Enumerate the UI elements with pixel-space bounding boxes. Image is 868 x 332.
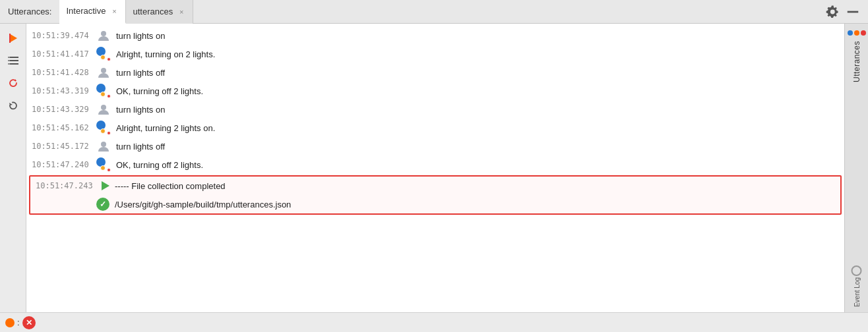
dot-orange bbox=[854, 30, 859, 36]
tab-interactive-close[interactable]: × bbox=[109, 7, 119, 16]
check-circle-icon bbox=[96, 198, 109, 211]
svg-rect-6 bbox=[8, 57, 10, 58]
minus-button[interactable] bbox=[846, 5, 860, 19]
utterance-text: Alright, turning 2 lights on. bbox=[116, 123, 836, 133]
file-path-text: /Users/git/gh-sample/build/tmp/utterance… bbox=[115, 200, 835, 209]
utterance-row: 10:51:43.329 turn lights on bbox=[26, 100, 844, 119]
utterance-row: 10:51:45.162 Alright, turning 2 lights o… bbox=[26, 119, 844, 137]
bottom-bar: : ✕ bbox=[0, 312, 868, 332]
utterance-text: turn lights off bbox=[116, 142, 836, 152]
utterance-text: OK, turning off 2 lights. bbox=[116, 86, 836, 96]
user-avatar bbox=[96, 102, 111, 117]
event-log-circle-icon bbox=[852, 265, 862, 276]
utterance-time: 10:51:43.319 bbox=[32, 86, 91, 96]
colon-separator: : bbox=[17, 318, 20, 327]
utterance-text: turn lights off bbox=[116, 68, 836, 78]
user-avatar bbox=[96, 139, 111, 153]
undo-icon bbox=[7, 99, 19, 111]
svg-point-9 bbox=[101, 31, 106, 36]
error-badge: ✕ bbox=[22, 316, 36, 329]
tab-interactive[interactable]: Interactive × bbox=[59, 0, 126, 24]
assistant-avatar bbox=[96, 84, 111, 98]
utterance-row: 10:51:41.417 Alright, turning on 2 light… bbox=[26, 45, 844, 63]
dot-blue bbox=[848, 30, 853, 36]
user-avatar-icon bbox=[97, 29, 110, 42]
tab-utterances-close[interactable]: × bbox=[177, 7, 186, 16]
assistant-avatar bbox=[96, 47, 111, 61]
right-sidebar: Utterances Event Log bbox=[844, 24, 868, 312]
tab-utterances-label: utterances bbox=[133, 7, 173, 16]
main-area: 10:51:39.474 turn lights on 10:51:41.417 bbox=[0, 24, 868, 312]
right-sidebar-label[interactable]: Utterances bbox=[852, 41, 861, 82]
tab-bar: Utterances: Interactive × utterances × bbox=[0, 0, 868, 24]
event-log-area[interactable]: Event Log bbox=[845, 265, 868, 307]
svg-point-11 bbox=[101, 105, 106, 110]
user-avatar-icon bbox=[97, 140, 110, 153]
sidebar-refresh-button[interactable] bbox=[4, 74, 22, 92]
svg-point-10 bbox=[101, 68, 106, 73]
play-triangle-icon bbox=[102, 181, 109, 190]
utterance-time: 10:51:45.172 bbox=[32, 142, 91, 151]
refresh-icon bbox=[7, 77, 19, 89]
svg-rect-2 bbox=[9, 34, 11, 43]
utterances-list: 10:51:39.474 turn lights on 10:51:41.417 bbox=[26, 24, 844, 219]
sidebar-list-button[interactable] bbox=[4, 51, 22, 70]
user-avatar-icon bbox=[97, 103, 110, 116]
dot-red bbox=[861, 30, 866, 36]
utterance-time: 10:51:43.329 bbox=[32, 105, 91, 114]
status-orange-dot bbox=[5, 318, 15, 327]
utterance-time: 10:51:47.240 bbox=[32, 160, 91, 169]
play-icon bbox=[7, 32, 19, 44]
file-collection-text: ----- File collection completed bbox=[115, 181, 835, 191]
svg-rect-0 bbox=[848, 11, 859, 13]
assistant-avatar bbox=[96, 121, 111, 135]
sidebar-undo-button[interactable] bbox=[4, 96, 22, 115]
utterance-text: OK, turning off 2 lights. bbox=[116, 160, 836, 170]
content-panel[interactable]: 10:51:39.474 turn lights on 10:51:41.417 bbox=[26, 24, 844, 312]
utterance-row: 10:51:41.428 turn lights off bbox=[26, 63, 844, 82]
utterance-text: Alright, turning on 2 lights. bbox=[116, 49, 836, 59]
tab-utterances[interactable]: utterances × bbox=[126, 0, 193, 24]
tab-interactive-label: Interactive bbox=[66, 6, 106, 16]
event-log-text: Event Log bbox=[853, 277, 860, 307]
svg-rect-7 bbox=[8, 60, 10, 61]
file-path-row: /Users/git/gh-sample/build/tmp/utterance… bbox=[30, 195, 840, 213]
utterance-time: 10:51:47.243 bbox=[36, 181, 95, 190]
minus-icon bbox=[846, 5, 860, 19]
utterance-time: 10:51:45.162 bbox=[32, 123, 91, 132]
user-avatar bbox=[96, 65, 111, 80]
utterance-row: 10:51:47.240 OK, turning off 2 lights. bbox=[26, 155, 844, 174]
utterance-time: 10:51:39.474 bbox=[32, 31, 91, 40]
highlighted-section: 10:51:47.243 ----- File collection compl… bbox=[29, 175, 842, 215]
utterance-text: turn lights on bbox=[116, 31, 836, 41]
sidebar-play-button[interactable] bbox=[4, 29, 22, 47]
svg-rect-8 bbox=[8, 63, 10, 65]
file-collection-row: 10:51:47.243 ----- File collection compl… bbox=[30, 177, 840, 195]
user-avatar-icon bbox=[97, 66, 110, 79]
utterance-row: 10:51:45.172 turn lights off bbox=[26, 137, 844, 155]
utterance-row: 10:51:39.474 turn lights on bbox=[26, 26, 844, 45]
svg-point-12 bbox=[101, 142, 106, 147]
list-icon bbox=[7, 55, 19, 67]
utterance-row: 10:51:43.319 OK, turning off 2 lights. bbox=[26, 82, 844, 100]
gear-icon bbox=[826, 5, 840, 19]
assistant-avatar bbox=[96, 157, 111, 172]
utterances-label: Utterances: bbox=[0, 7, 59, 16]
user-avatar bbox=[96, 28, 111, 43]
utterance-text: turn lights on bbox=[116, 105, 836, 115]
utterance-time: 10:51:41.428 bbox=[32, 68, 91, 77]
left-sidebar bbox=[0, 24, 26, 312]
sidebar-dots bbox=[847, 24, 867, 36]
utterance-time: 10:51:41.417 bbox=[32, 49, 91, 59]
gear-button[interactable] bbox=[826, 5, 840, 19]
